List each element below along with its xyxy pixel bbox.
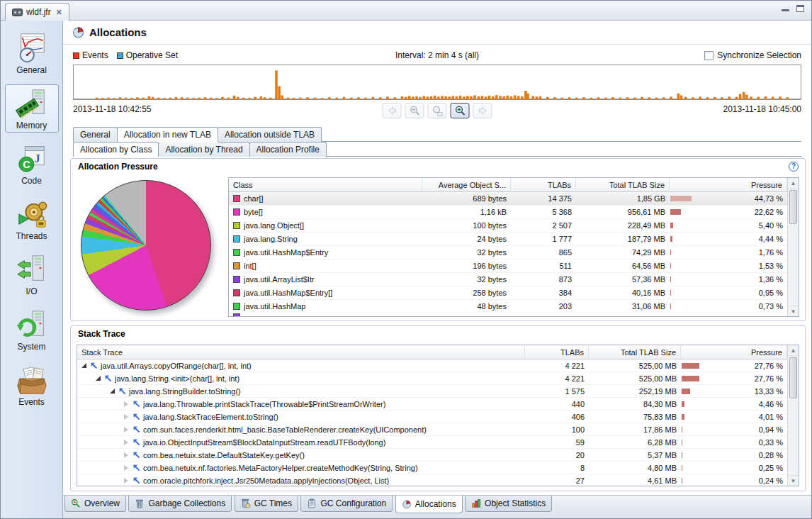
sidebar-item-system[interactable]: System: [5, 306, 59, 354]
table-row[interactable]: byte[]1,16 kB5 368956,61 MB22,62 %: [229, 206, 787, 219]
table-row[interactable]: java.util.HashMap48 bytes20331,06 MB0,73…: [229, 300, 787, 313]
allocation-by-class-table: ClassAverage Object S...TLABsTotal TLAB …: [228, 177, 799, 317]
collapsed-icon[interactable]: [124, 465, 128, 471]
tab-allocation-by-class[interactable]: Allocation by Class: [73, 142, 159, 157]
column-header-stack-trace[interactable]: Stack Trace: [77, 345, 525, 359]
application-window: wldf.jfr ✕ General: [0, 0, 812, 519]
scroll-down-icon[interactable]: ▼: [788, 306, 799, 316]
scrollbar-thumb[interactable]: [789, 190, 797, 224]
total-tlab-size: 5,37 MB: [589, 451, 681, 459]
interval-label: Interval: 2 min 4 s (all): [395, 50, 479, 60]
collapsed-icon[interactable]: [124, 401, 128, 407]
stack-trace-row[interactable]: com.oracle.pitchfork.inject.Jsr250Metada…: [77, 474, 787, 486]
table-row[interactable]: int[]196 bytes51164,56 MB1,53 %: [229, 260, 787, 273]
sidebar-item-io[interactable]: I/O: [5, 250, 59, 298]
zoom-out-button[interactable]: [405, 103, 424, 118]
tab-object-statistics[interactable]: Object Statistics: [465, 496, 552, 512]
table-row[interactable]: java.lang.Object[]100 bytes2 507228,49 M…: [229, 219, 787, 233]
tab-allocation-outside-tlab[interactable]: Allocation outside TLAB: [218, 127, 322, 142]
tab-garbage-collections[interactable]: Garbage Collections: [128, 496, 232, 512]
stack-trace-row[interactable]: com.sun.faces.renderkit.html_basic.BaseT…: [77, 423, 787, 436]
stack-trace-row[interactable]: java.io.ObjectInputStream$BlockDataInput…: [77, 436, 787, 449]
tab-label: Allocations: [415, 499, 456, 509]
column-header-pressure[interactable]: Pressure: [670, 178, 787, 191]
table-row[interactable]: char[]689 bytes14 3751,85 GB44,73 %: [229, 192, 787, 206]
stack-trace-row[interactable]: java.lang.StackTraceElement.toString()40…: [77, 411, 787, 423]
stack-table-scrollbar[interactable]: ▲ ▼: [787, 345, 799, 486]
collapsed-icon[interactable]: [124, 452, 128, 458]
sidebar-item-events[interactable]: Events: [5, 361, 59, 409]
zoom-in-button[interactable]: [451, 103, 470, 118]
sidebar-item-general[interactable]: General: [5, 29, 59, 77]
minimize-icon[interactable]: [782, 5, 789, 11]
pressure-cell: 4,46 %: [681, 400, 787, 408]
stack-trace-row[interactable]: java.util.Arrays.copyOfRange(char[], int…: [77, 359, 787, 372]
sidebar-item-memory[interactable]: Memory: [5, 84, 59, 133]
pressure-value: 27,76 %: [755, 374, 783, 383]
stack-trace-row[interactable]: com.bea.netuix.state.DefaultStateKey.get…: [77, 449, 787, 462]
zoom-selection-button[interactable]: [428, 103, 447, 118]
table-row[interactable]: java.util.HashMap$Entry32 bytes86574,29 …: [229, 246, 787, 260]
synchronize-selection-checkbox[interactable]: [704, 51, 714, 60]
stack-trace-row[interactable]: java.lang.String.<init>(char[], int, int…: [77, 372, 787, 385]
pan-right-button[interactable]: [473, 103, 492, 118]
stack-trace-row[interactable]: com.bea.netuix.nf.factories.MetaFactoryH…: [77, 462, 787, 474]
table-row[interactable]: java.lang.String24 bytes1 777187,79 MB4,…: [229, 233, 787, 246]
collapsed-icon[interactable]: [124, 478, 128, 484]
collapsed-icon[interactable]: [124, 440, 128, 445]
total-tlab-size: 31,06 MB: [576, 302, 670, 311]
pressure-bar: [682, 427, 682, 432]
tab-allocation-in-new-tlab[interactable]: Allocation in new TLAB: [117, 127, 218, 142]
allocation-pie-chart[interactable]: [81, 180, 211, 311]
pressure-bar: [682, 376, 699, 381]
total-tlab-size: 252,19 MB: [589, 387, 681, 396]
method-name: java.lang.String.<init>(char[], int, int…: [115, 374, 239, 383]
expanded-icon[interactable]: [81, 363, 86, 368]
column-header-pressure[interactable]: Pressure: [681, 345, 787, 359]
stack-trace-row[interactable]: java.lang.StringBuilder.toString()1 5752…: [77, 385, 787, 398]
column-header-total-tlab-size[interactable]: Total TLAB Size: [589, 345, 681, 359]
table-row-partial[interactable]: [229, 313, 787, 317]
table-row[interactable]: java.util.ArrayList$Itr32 bytes87357,36 …: [229, 273, 787, 286]
editor-tab-wldf-jfr[interactable]: wldf.jfr ✕: [5, 3, 69, 21]
tab-overview[interactable]: Overview: [64, 496, 126, 512]
column-header-average-object-s-[interactable]: Average Object S...: [422, 178, 511, 191]
garbage-collections-icon: [135, 498, 145, 508]
tab-allocations[interactable]: Allocations: [395, 496, 463, 513]
sidebar-item-threads[interactable]: Threads: [5, 195, 59, 243]
column-header-total-tlab-size[interactable]: Total TLAB Size: [576, 178, 670, 191]
close-icon[interactable]: ✕: [56, 8, 62, 17]
scroll-up-icon[interactable]: ▲: [788, 178, 799, 189]
tab-allocation-profile[interactable]: Allocation Profile: [249, 142, 327, 157]
sidebar-item-label: General: [6, 65, 58, 75]
scroll-up-icon[interactable]: ▲: [788, 345, 799, 356]
scrollbar-thumb[interactable]: [789, 357, 797, 398]
tlabs-count: 511: [511, 262, 576, 270]
maximize-icon[interactable]: [796, 5, 804, 12]
scroll-down-icon[interactable]: ▼: [788, 475, 799, 486]
expanded-icon[interactable]: [110, 389, 115, 394]
tlabs-count: 865: [511, 248, 576, 257]
tab-gc-configuration[interactable]: GC Configuration: [300, 496, 393, 512]
gc-times-icon: [241, 498, 251, 508]
tab-allocation-by-thread[interactable]: Allocation by Thread: [158, 142, 249, 157]
class-name: java.lang.String: [244, 235, 298, 243]
class-table-scrollbar[interactable]: ▲ ▼: [787, 178, 799, 316]
class-color-swatch: [233, 289, 240, 296]
stack-trace-row[interactable]: java.lang.Throwable.printStackTrace(Thro…: [77, 398, 787, 411]
total-tlab-size: 40,16 MB: [576, 289, 670, 297]
column-header-class[interactable]: Class: [229, 178, 422, 191]
events-timeline-chart[interactable]: [73, 65, 801, 100]
tab-general[interactable]: General: [73, 127, 118, 142]
sidebar-item-code[interactable]: J C Code: [5, 140, 59, 188]
expanded-icon[interactable]: [96, 376, 101, 381]
pressure-value: 4,01 %: [759, 413, 783, 421]
collapsed-icon[interactable]: [124, 414, 128, 420]
column-header-tlabs[interactable]: TLABs: [511, 178, 576, 191]
help-icon[interactable]: ?: [789, 162, 799, 172]
tab-gc-times[interactable]: GC Times: [235, 496, 298, 512]
column-header-tlabs[interactable]: TLABs: [525, 345, 589, 359]
collapsed-icon[interactable]: [124, 427, 128, 432]
pan-left-button[interactable]: [383, 103, 402, 118]
table-row[interactable]: java.util.HashMap$Entry[]258 bytes38440,…: [229, 286, 787, 300]
